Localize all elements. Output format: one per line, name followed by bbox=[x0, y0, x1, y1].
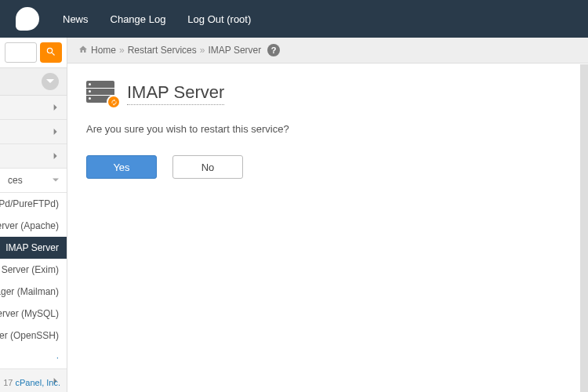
breadcrumb-separator: » bbox=[119, 45, 125, 56]
breadcrumb-home[interactable]: Home bbox=[91, 45, 116, 56]
sidebar-sub-extra[interactable]: · bbox=[0, 347, 67, 368]
top-nav-links: News Change Log Log Out (root) bbox=[63, 13, 251, 25]
sidebar-sub-ftp[interactable]: FTP Server (ProFTPd/PureFTPd) bbox=[0, 193, 67, 215]
sidebar-category-restart-services[interactable]: ces bbox=[0, 169, 67, 193]
breadcrumb: Home » Restart Services » IMAP Server ? bbox=[67, 38, 588, 64]
sidebar-sub-mysql[interactable]: SQL Server (MySQL) bbox=[0, 303, 67, 325]
logo bbox=[16, 7, 39, 31]
sidebar-search-row bbox=[0, 38, 67, 68]
no-button[interactable]: No bbox=[172, 155, 243, 179]
sidebar: ces FTP Server (ProFTPd/PureFTPd) HTTP S… bbox=[0, 38, 67, 392]
home-icon bbox=[78, 45, 88, 56]
search-input[interactable] bbox=[5, 42, 37, 63]
nav-news[interactable]: News bbox=[63, 13, 89, 25]
confirm-prompt: Are you sure you wish to restart this se… bbox=[86, 123, 569, 135]
sidebar-sub-http[interactable]: HTTP Server (Apache) bbox=[0, 215, 67, 237]
sidebar-sub-imap[interactable]: IMAP Server bbox=[0, 237, 67, 259]
footer-copyright: 17 cPanel, Inc. bbox=[0, 378, 67, 387]
breadcrumb-current: IMAP Server bbox=[208, 45, 261, 56]
footer-company-link[interactable]: cPanel, Inc. bbox=[16, 378, 60, 387]
nav-logout[interactable]: Log Out (root) bbox=[187, 13, 251, 25]
collapse-all-button[interactable] bbox=[42, 73, 59, 90]
scrollbar[interactable] bbox=[580, 64, 588, 392]
sidebar-category-1[interactable] bbox=[0, 96, 67, 120]
chevron-down-icon bbox=[53, 175, 59, 186]
chevron-right-icon bbox=[53, 102, 59, 113]
page-title-row: IMAP Server bbox=[86, 81, 569, 106]
button-row: Yes No bbox=[86, 155, 569, 179]
chevron-down-icon bbox=[46, 76, 54, 88]
help-icon[interactable]: ? bbox=[267, 44, 280, 56]
sidebar-collapse-row bbox=[0, 68, 67, 96]
search-button[interactable] bbox=[40, 42, 62, 63]
sidebar-category-2[interactable] bbox=[0, 120, 67, 144]
sidebar-sub-mailman[interactable]: Mailing List Manager (Mailman) bbox=[0, 281, 67, 303]
yes-button[interactable]: Yes bbox=[86, 155, 157, 179]
server-restart-icon bbox=[86, 81, 118, 106]
breadcrumb-separator: » bbox=[200, 45, 205, 56]
page-title: IMAP Server bbox=[127, 82, 224, 105]
main-content: Home » Restart Services » IMAP Server ? … bbox=[67, 38, 588, 392]
sidebar-sub-ssh[interactable]: SSH Server (OpenSSH) bbox=[0, 325, 67, 347]
sidebar-category-3[interactable] bbox=[0, 144, 67, 169]
top-navbar: News Change Log Log Out (root) bbox=[0, 0, 588, 38]
search-icon bbox=[45, 46, 56, 60]
sidebar-sub-mail[interactable]: Mail Server (Exim) bbox=[0, 259, 67, 281]
chevron-right-icon bbox=[53, 151, 59, 162]
nav-changelog[interactable]: Change Log bbox=[111, 13, 166, 25]
chevron-right-icon bbox=[53, 126, 59, 137]
sidebar-submenu: FTP Server (ProFTPd/PureFTPd) HTTP Serve… bbox=[0, 193, 67, 369]
breadcrumb-restart-services[interactable]: Restart Services bbox=[128, 45, 197, 56]
